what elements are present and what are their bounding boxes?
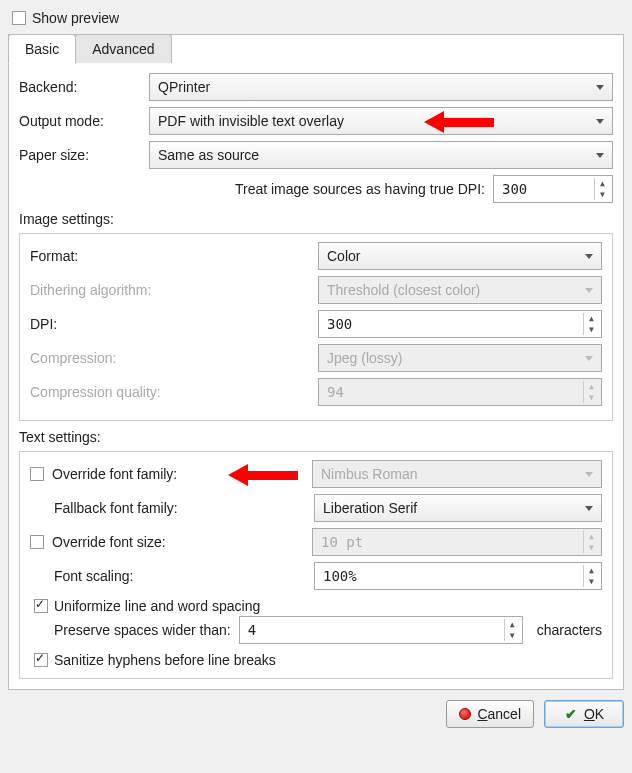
compression-quality-value: 94: [327, 384, 344, 400]
compression-quality-label: Compression quality:: [30, 384, 310, 400]
format-select[interactable]: Color: [318, 242, 602, 270]
chevron-up-icon[interactable]: ▲: [594, 178, 610, 189]
compression-quality-spin: 94 ▲▼: [318, 378, 602, 406]
text-settings-panel: Override font family: Nimbus Roman Fallb…: [19, 451, 613, 679]
override-font-size-spin: 10 pt ▲▼: [312, 528, 602, 556]
check-icon: ✔: [564, 707, 578, 721]
dpi-label: DPI:: [30, 316, 310, 332]
true-dpi-value: 300: [502, 181, 527, 197]
chevron-up-icon[interactable]: ▲: [583, 565, 599, 576]
chevron-up-icon[interactable]: ▲: [583, 313, 599, 324]
text-settings-title: Text settings:: [19, 429, 613, 445]
preserve-spaces-value: 4: [248, 622, 256, 638]
ok-button[interactable]: ✔ OK: [544, 700, 624, 728]
fallback-font-family-label: Fallback font family:: [54, 500, 306, 516]
dpi-spin[interactable]: 300 ▲▼: [318, 310, 602, 338]
show-preview-checkbox[interactable]: [12, 11, 26, 25]
override-font-family-value: Nimbus Roman: [321, 466, 417, 482]
preserve-spaces-spin[interactable]: 4 ▲▼: [239, 616, 523, 644]
output-mode-select[interactable]: PDF with invisible text overlay: [149, 107, 613, 135]
compression-label: Compression:: [30, 350, 310, 366]
dithering-value: Threshold (closest color): [327, 282, 480, 298]
compression-value: Jpeg (lossy): [327, 350, 402, 366]
font-scaling-value: 100%: [323, 568, 357, 584]
dithering-label: Dithering algorithm:: [30, 282, 310, 298]
backend-select[interactable]: QPrinter: [149, 73, 613, 101]
chevron-down-icon[interactable]: ▼: [504, 630, 520, 641]
font-scaling-spin[interactable]: 100% ▲▼: [314, 562, 602, 590]
true-dpi-spin[interactable]: 300 ▲▼: [493, 175, 613, 203]
format-label: Format:: [30, 248, 310, 264]
fallback-font-family-select[interactable]: Liberation Serif: [314, 494, 602, 522]
font-scaling-label: Font scaling:: [54, 568, 306, 584]
compression-select: Jpeg (lossy): [318, 344, 602, 372]
override-font-size-label: Override font size:: [52, 534, 304, 550]
image-settings-panel: Format: Color Dithering algorithm: Thres…: [19, 233, 613, 421]
cancel-button-label: Cancel: [477, 706, 521, 722]
dialog-buttons: Cancel ✔ OK: [8, 700, 624, 728]
true-dpi-label: Treat image sources as having true DPI:: [235, 181, 485, 197]
preserve-spaces-suffix: characters: [537, 622, 602, 638]
preserve-spaces-label: Preserve spaces wider than:: [54, 622, 231, 638]
chevron-down-icon[interactable]: ▼: [594, 189, 610, 200]
tab-bar: Basic Advanced: [8, 34, 171, 63]
chevron-down-icon[interactable]: ▼: [583, 576, 599, 587]
cancel-icon: [459, 708, 471, 720]
show-preview-label: Show preview: [32, 10, 119, 26]
paper-size-label: Paper size:: [19, 147, 141, 163]
override-font-family-select: Nimbus Roman: [312, 460, 602, 488]
paper-size-value: Same as source: [158, 147, 259, 163]
image-settings-title: Image settings:: [19, 211, 613, 227]
chevron-up-icon: ▲: [583, 381, 599, 392]
uniformize-spacing-checkbox[interactable]: [34, 599, 48, 613]
dithering-select: Threshold (closest color): [318, 276, 602, 304]
chevron-down-icon: ▼: [583, 542, 599, 553]
tab-basic[interactable]: Basic: [8, 34, 76, 64]
tab-panel: Basic Advanced Backend: QPrinter Output …: [8, 34, 624, 690]
cancel-button[interactable]: Cancel: [446, 700, 534, 728]
override-font-family-checkbox[interactable]: [30, 467, 44, 481]
output-mode-value: PDF with invisible text overlay: [158, 113, 344, 129]
chevron-up-icon[interactable]: ▲: [504, 619, 520, 630]
ok-button-label: OK: [584, 706, 604, 722]
paper-size-select[interactable]: Same as source: [149, 141, 613, 169]
dpi-value: 300: [327, 316, 352, 332]
uniformize-spacing-label: Uniformize line and word spacing: [54, 598, 260, 614]
fallback-font-family-value: Liberation Serif: [323, 500, 417, 516]
format-value: Color: [327, 248, 360, 264]
backend-label: Backend:: [19, 79, 141, 95]
chevron-up-icon: ▲: [583, 531, 599, 542]
sanitize-hyphens-checkbox[interactable]: [34, 653, 48, 667]
output-mode-label: Output mode:: [19, 113, 141, 129]
tab-advanced[interactable]: Advanced: [75, 34, 171, 63]
chevron-down-icon[interactable]: ▼: [583, 324, 599, 335]
chevron-down-icon: ▼: [583, 392, 599, 403]
sanitize-hyphens-label: Sanitize hyphens before line breaks: [54, 652, 276, 668]
override-font-size-checkbox[interactable]: [30, 535, 44, 549]
backend-value: QPrinter: [158, 79, 210, 95]
override-font-size-value: 10 pt: [321, 534, 363, 550]
override-font-family-label: Override font family:: [52, 466, 304, 482]
